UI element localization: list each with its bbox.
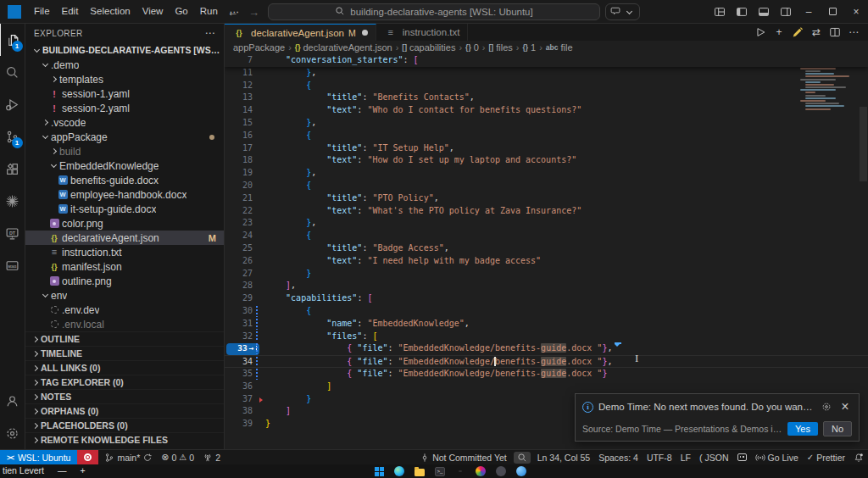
breadcrumb-item-1[interactable]: {}1 bbox=[522, 42, 536, 53]
section-all-links-[interactable]: ALL LINKS (0) bbox=[25, 360, 224, 375]
close-button[interactable]: × bbox=[844, 0, 868, 24]
tree-item-templates[interactable]: templates bbox=[25, 72, 224, 86]
status-problems[interactable]: ⊗0⚠0 bbox=[157, 450, 198, 464]
menu-item-edit[interactable]: Edit bbox=[56, 6, 85, 18]
section-timeline[interactable]: TIMELINE bbox=[25, 346, 224, 360]
tree-item-manifest.json[interactable]: {}manifest.json bbox=[25, 259, 224, 274]
highlighter-icon[interactable] bbox=[790, 25, 805, 40]
add-icon[interactable]: + bbox=[771, 25, 787, 40]
taskbar-edge-icon[interactable] bbox=[393, 465, 405, 477]
activity-demo-time[interactable]: DT bbox=[0, 217, 25, 249]
menu-item-view[interactable]: View bbox=[136, 6, 170, 18]
menu-item-run[interactable]: Run bbox=[194, 6, 224, 18]
section-orphans-[interactable]: ORPHANS (0) bbox=[25, 403, 224, 418]
activity-run-debug[interactable] bbox=[0, 88, 25, 120]
taskbar-terminal-icon[interactable]: >_ bbox=[434, 465, 446, 477]
tree-item-.env.local[interactable]: .env.local bbox=[25, 317, 224, 331]
status-robot[interactable] bbox=[733, 450, 751, 464]
activity-settings[interactable] bbox=[0, 417, 25, 449]
breadcrumb[interactable]: appPackage›{}declarativeAgent.json›[]cap… bbox=[225, 41, 868, 54]
section-remote-knowledge-files[interactable]: REMOTE KNOWLEDGE FILES bbox=[25, 432, 224, 447]
notification-close-icon[interactable]: × bbox=[838, 399, 852, 414]
taskbar-vscode-icon[interactable] bbox=[454, 465, 466, 477]
tree-item-it-setup-guide.docx[interactable]: Wit-setup-guide.docx bbox=[25, 202, 224, 216]
taskbar-steam-icon[interactable] bbox=[495, 465, 507, 477]
tree-item-session-1.yaml[interactable]: !session-1.yaml bbox=[25, 86, 224, 101]
tab-instruction.txt[interactable]: ≡instruction.txt bbox=[376, 24, 469, 41]
activity-m365-agents-toolkit[interactable]: M365 bbox=[0, 249, 25, 281]
tree-item-build[interactable]: build bbox=[25, 144, 224, 158]
activity-search[interactable] bbox=[0, 56, 25, 88]
status-record[interactable] bbox=[77, 450, 98, 464]
status-notifications[interactable] bbox=[849, 450, 868, 464]
run-icon[interactable] bbox=[753, 25, 768, 40]
copilot-chat-button[interactable] bbox=[605, 3, 640, 20]
tree-item-env[interactable]: env bbox=[25, 288, 224, 303]
tree-item-.vscode[interactable]: .vscode bbox=[25, 115, 224, 130]
breadcrumb-item-file[interactable]: abcfile bbox=[546, 42, 573, 53]
notification-gear-icon[interactable] bbox=[820, 402, 833, 412]
more-icon[interactable]: ⋯ bbox=[846, 25, 861, 40]
status-encoding[interactable]: UTF-8 bbox=[643, 450, 676, 464]
toggle-secondary-sidebar-icon[interactable] bbox=[775, 0, 797, 24]
menu-item-go[interactable]: Go bbox=[169, 6, 193, 18]
activity-accounts[interactable] bbox=[0, 385, 25, 417]
activity-source-control[interactable]: 1 bbox=[0, 120, 25, 153]
tree-item-instruction.txt[interactable]: ≡instruction.txt bbox=[25, 245, 224, 259]
minimize-button[interactable]: – bbox=[797, 0, 821, 24]
status-branch[interactable]: main* bbox=[100, 450, 157, 464]
section-outline[interactable]: OUTLINE bbox=[25, 331, 224, 346]
menu-item-selection[interactable]: Selection bbox=[84, 6, 136, 18]
status-go-live[interactable]: Go Live bbox=[751, 450, 803, 464]
yes-button[interactable]: Yes bbox=[787, 422, 818, 436]
tree-item-color.png[interactable]: color.png bbox=[25, 216, 224, 231]
tree-item-benefits-guide.docx[interactable]: Wbenefits-guide.docx bbox=[25, 173, 224, 187]
menu-item-file[interactable]: File bbox=[28, 6, 56, 18]
activity-explorer[interactable]: 1 bbox=[0, 24, 25, 56]
breadcrumb-item-declarativeagent.json[interactable]: {}declarativeAgent.json bbox=[295, 42, 392, 53]
status-language-mode[interactable]: (JSON bbox=[695, 450, 733, 464]
no-button[interactable]: No bbox=[823, 421, 852, 436]
customize-layout-icon[interactable] bbox=[709, 0, 731, 24]
breadcrumb-item-files[interactable]: []files bbox=[489, 42, 513, 53]
breadcrumb-item-capabilities[interactable]: []capabilities bbox=[402, 42, 455, 53]
tree-item-.demo[interactable]: .demo bbox=[25, 58, 224, 72]
forward-arrow-icon[interactable]: → bbox=[248, 6, 259, 19]
toggle-primary-sidebar-icon[interactable] bbox=[731, 0, 753, 24]
command-center-search[interactable]: building-declarative-agents [WSL: Ubuntu… bbox=[268, 3, 600, 20]
tree-item-.env.dev[interactable]: .env.dev bbox=[25, 303, 224, 317]
code-area[interactable]: 7"conversation_starters": [11},12{13"tit… bbox=[225, 54, 868, 449]
breadcrumb-item-apppackage[interactable]: appPackage bbox=[233, 42, 285, 53]
tree-item-apppackage[interactable]: appPackage bbox=[25, 130, 224, 144]
activity-extensions[interactable] bbox=[0, 153, 25, 185]
status-eol[interactable]: LF bbox=[676, 450, 695, 464]
tree-item-employee-handbook.docx[interactable]: Wemployee-handbook.docx bbox=[25, 187, 224, 202]
status-indentation[interactable]: Spaces: 4 bbox=[594, 450, 643, 464]
bg-window-plus[interactable]: + bbox=[81, 465, 86, 475]
explorer-more-actions-icon[interactable]: ⋯ bbox=[205, 27, 215, 39]
maximize-button[interactable] bbox=[821, 0, 844, 24]
split-editor-icon[interactable] bbox=[827, 25, 843, 40]
tree-item-outline.png[interactable]: outline.png bbox=[25, 274, 224, 288]
scrollbar[interactable] bbox=[860, 107, 867, 181]
taskbar-file-explorer-icon[interactable] bbox=[414, 465, 426, 477]
back-arrow-icon[interactable]: ← bbox=[227, 6, 238, 19]
bg-window-minimize[interactable]: — bbox=[58, 465, 67, 475]
status-cursor-position[interactable]: Ln 34, Col 55 bbox=[533, 450, 594, 464]
taskbar-copilot-icon[interactable] bbox=[515, 465, 527, 477]
tree-item-building-declarative-agents-wsl-ubuntu-[interactable]: BUILDING-DECLARATIVE-AGENTS [WSL: UBUNTU… bbox=[25, 42, 224, 58]
status-ports[interactable]: 2 bbox=[198, 450, 225, 464]
status-zoom[interactable] bbox=[514, 452, 531, 464]
toggle-panel-icon[interactable] bbox=[753, 0, 775, 24]
taskbar-media-icon[interactable] bbox=[475, 465, 487, 477]
section-tag-explorer-[interactable]: TAG EXPLORER (0) bbox=[25, 375, 224, 389]
tree-item-embeddedknowledge[interactable]: EmbeddedKnowledge bbox=[25, 158, 224, 173]
activity-spark-extension[interactable] bbox=[0, 185, 25, 217]
status-prettier[interactable]: ✓Prettier bbox=[803, 450, 849, 464]
section-placeholders-[interactable]: PLACEHOLDERS (0) bbox=[25, 418, 224, 432]
compare-icon[interactable]: ⇄ bbox=[809, 25, 824, 40]
taskbar-start-icon[interactable] bbox=[373, 465, 385, 477]
breadcrumb-item-0[interactable]: {}0 bbox=[465, 42, 479, 53]
tree-item-session-2.yaml[interactable]: !session-2.yaml bbox=[25, 101, 224, 115]
status-remote[interactable]: ><WSL: Ubuntu bbox=[0, 450, 77, 464]
